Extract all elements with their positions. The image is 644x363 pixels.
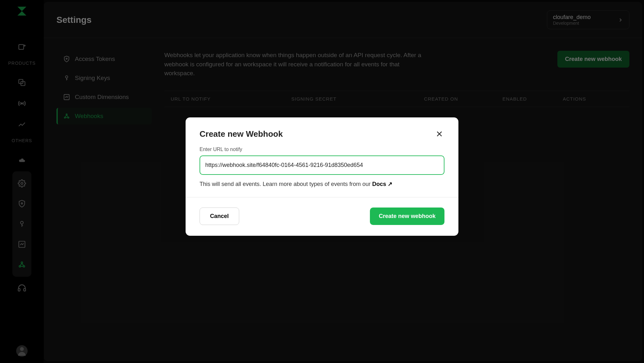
submit-create-webhook-button[interactable]: Create new webhook xyxy=(370,208,444,225)
modal-help-text: This will send all events. Learn more ab… xyxy=(200,181,444,188)
modal-title: Create new Webhook xyxy=(200,129,283,139)
modal-backdrop[interactable]: Create new Webhook Enter URL to notify T… xyxy=(0,0,644,363)
url-input-label: Enter URL to notify xyxy=(200,147,444,152)
app-root: PRODUCTS OTHERS xyxy=(0,0,644,363)
close-icon xyxy=(436,130,443,138)
cancel-button[interactable]: Cancel xyxy=(200,208,239,225)
modal-close-button[interactable] xyxy=(434,129,444,139)
docs-link[interactable]: Docs ↗ xyxy=(372,181,392,187)
external-link-icon: ↗ xyxy=(388,181,392,187)
create-webhook-modal: Create new Webhook Enter URL to notify T… xyxy=(186,117,458,236)
url-input[interactable] xyxy=(200,155,444,175)
